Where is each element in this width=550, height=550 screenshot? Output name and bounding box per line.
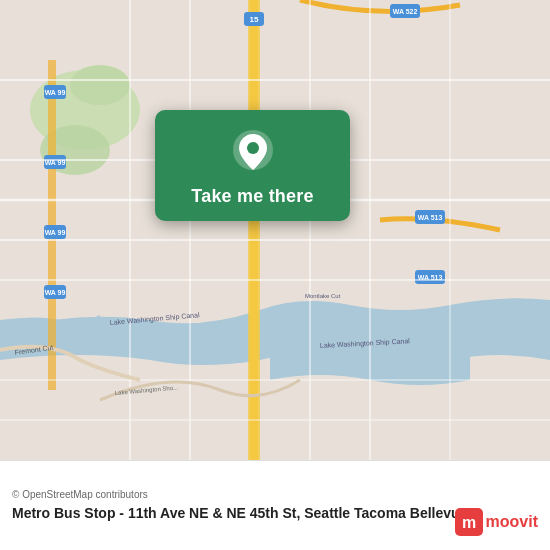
svg-text:WA 522: WA 522 [393, 8, 418, 15]
moovit-logo: m moovit [455, 508, 538, 536]
location-pin-icon [229, 128, 277, 176]
svg-text:WA 99: WA 99 [45, 229, 66, 236]
map-svg: 15 15 WA 99 WA 99 WA 99 WA 99 WA 522 WA … [0, 0, 550, 460]
svg-text:15: 15 [250, 15, 259, 24]
svg-text:m: m [461, 514, 475, 531]
bottom-bar: © OpenStreetMap contributors Metro Bus S… [0, 460, 550, 550]
take-me-there-label: Take me there [191, 186, 313, 207]
svg-text:Montlake Cut: Montlake Cut [305, 293, 341, 299]
copyright-text: © OpenStreetMap contributors [12, 489, 538, 500]
svg-rect-5 [250, 0, 258, 460]
svg-point-3 [70, 65, 130, 105]
map-container: 15 15 WA 99 WA 99 WA 99 WA 99 WA 522 WA … [0, 0, 550, 460]
svg-point-43 [247, 142, 259, 154]
svg-text:WA 99: WA 99 [45, 289, 66, 296]
svg-text:WA 513: WA 513 [418, 214, 443, 221]
take-me-there-button[interactable]: Take me there [155, 110, 350, 221]
moovit-text: moovit [486, 513, 538, 531]
moovit-icon: m [455, 508, 483, 536]
svg-text:WA 99: WA 99 [45, 89, 66, 96]
